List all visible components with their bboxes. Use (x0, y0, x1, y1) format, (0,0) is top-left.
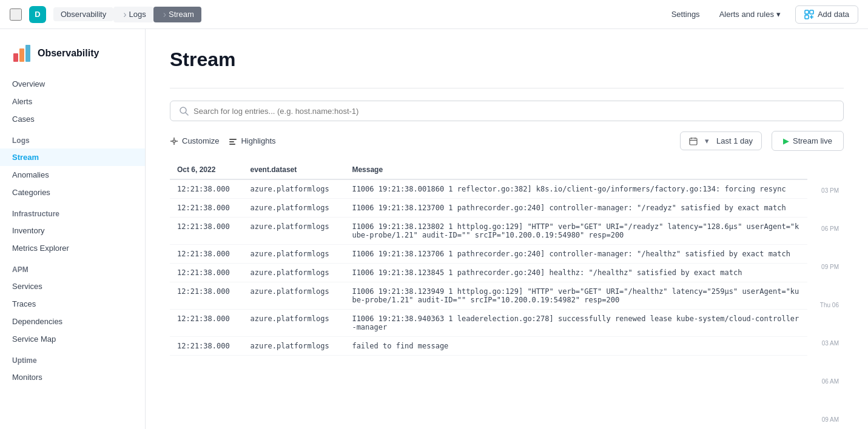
sidebar-item-categories[interactable]: Categories (0, 184, 145, 201)
sidebar-item-alerts[interactable]: Alerts (0, 93, 145, 110)
log-table: Oct 6, 2022 event.dataset Message 12:21:… (170, 161, 807, 356)
body-wrap: Observability Overview Alerts Cases Logs… (0, 29, 868, 429)
log-message: I1006 19:21:38.123700 1 pathrecorder.go:… (345, 199, 807, 218)
log-dataset: azure.platformlogs (243, 337, 345, 356)
toolbar: Customize Highlights ▾ Last (170, 131, 844, 151)
timeline: 03 PM06 PM09 PMThu 0603 AM06 AM09 AM12 P… (807, 161, 844, 429)
alerts-chevron-icon (776, 10, 781, 19)
highlights-icon (229, 137, 237, 145)
table-row[interactable]: 12:21:38.000 azure.platformlogs I1006 19… (170, 199, 807, 218)
sidebar-item-cases[interactable]: Cases (0, 110, 145, 128)
nav-section-logs: Logs (0, 128, 145, 148)
play-icon: ▶ (783, 136, 789, 145)
log-dataset: azure.platformlogs (243, 282, 345, 310)
top-nav: D Observability Logs Stream Settings Ale… (0, 0, 868, 29)
highlights-button[interactable]: Highlights (229, 134, 275, 148)
hamburger-menu[interactable] (10, 8, 22, 21)
breadcrumb-stream[interactable]: Stream (153, 7, 201, 22)
log-message: I1006 19:21:38.001860 1 reflector.go:382… (345, 179, 807, 199)
col-header-dataset: event.dataset (243, 161, 345, 179)
log-time: 12:21:38.000 (170, 199, 243, 218)
svg-line-9 (186, 113, 188, 115)
breadcrumb-observability[interactable]: Observability (53, 7, 113, 21)
svg-rect-1 (810, 10, 813, 14)
log-time: 12:21:38.000 (170, 218, 243, 245)
sidebar-item-inventory[interactable]: Inventory (0, 222, 145, 239)
table-row[interactable]: 12:21:38.000 azure.platformlogs I1006 19… (170, 310, 807, 337)
sidebar-brand: Observability (0, 39, 145, 75)
date-range-picker[interactable]: ▾ Last 1 day (680, 131, 762, 150)
svg-rect-2 (805, 15, 809, 19)
svg-rect-18 (690, 138, 697, 145)
log-dataset: azure.platformlogs (243, 179, 345, 199)
search-icon (179, 106, 189, 116)
page-title: Stream (170, 48, 844, 71)
search-input[interactable] (193, 107, 835, 116)
log-message: I1006 19:21:38.123845 1 pathrecorder.go:… (345, 264, 807, 282)
breadcrumb: Observability Logs Stream (53, 7, 201, 22)
svg-rect-7 (25, 45, 30, 62)
table-row[interactable]: 12:21:38.000 azure.platformlogs I1006 19… (170, 245, 807, 264)
sidebar-item-traces[interactable]: Traces (0, 295, 145, 313)
customize-button[interactable]: Customize (170, 134, 219, 148)
nav-section-infrastructure: Infrastructure (0, 201, 145, 222)
sidebar-item-service-map[interactable]: Service Map (0, 330, 145, 348)
log-message: I1006 19:21:38.123802 1 httplog.go:129] … (345, 218, 807, 245)
nav-section-apm: APM (0, 257, 145, 278)
log-message: I1006 19:21:38.123949 1 httplog.go:129] … (345, 282, 807, 310)
table-row[interactable]: 12:21:38.000 azure.platformlogs I1006 19… (170, 282, 807, 310)
sidebar-item-anomalies[interactable]: Anomalies (0, 166, 145, 184)
svg-rect-15 (229, 139, 237, 140)
sidebar-item-stream[interactable]: Stream (0, 148, 145, 166)
log-message: failed to find message (345, 337, 807, 356)
log-dataset: azure.platformlogs (243, 218, 345, 245)
divider (170, 88, 844, 88)
sidebar-item-overview[interactable]: Overview (0, 75, 145, 93)
log-dataset: azure.platformlogs (243, 245, 345, 264)
table-row[interactable]: 12:21:38.000 azure.platformlogs I1006 19… (170, 264, 807, 282)
svg-rect-17 (229, 144, 235, 145)
log-time: 12:21:38.000 (170, 264, 243, 282)
svg-rect-0 (805, 10, 809, 14)
customize-icon (170, 137, 178, 145)
log-message: I1006 19:21:38.940363 1 leaderelection.g… (345, 310, 807, 337)
svg-rect-5 (13, 53, 18, 62)
sidebar-item-dependencies[interactable]: Dependencies (0, 313, 145, 330)
svg-rect-16 (229, 141, 234, 142)
brand-name: Observability (38, 48, 99, 59)
stream-live-button[interactable]: ▶ Stream live (772, 131, 844, 151)
log-dataset: azure.platformlogs (243, 264, 345, 282)
settings-button[interactable]: Settings (667, 7, 705, 21)
log-time: 12:21:38.000 (170, 179, 243, 199)
sidebar-item-services[interactable]: Services (0, 278, 145, 295)
table-row[interactable]: 12:21:38.000 azure.platformlogs failed t… (170, 337, 807, 356)
table-row[interactable]: 12:21:38.000 azure.platformlogs I1006 19… (170, 218, 807, 245)
timeline-label: 09 PM (807, 264, 844, 302)
search-bar (170, 101, 844, 121)
timeline-label: 06 PM (807, 225, 844, 264)
log-time: 12:21:38.000 (170, 337, 243, 356)
sidebar: Observability Overview Alerts Cases Logs… (0, 29, 146, 429)
log-dataset: azure.platformlogs (243, 310, 345, 337)
sidebar-item-monitors[interactable]: Monitors (0, 368, 145, 386)
calendar-icon (689, 137, 698, 145)
breadcrumb-logs[interactable]: Logs (113, 7, 153, 22)
log-dataset: azure.platformlogs (243, 199, 345, 218)
user-avatar: D (29, 6, 46, 23)
log-time: 12:21:38.000 (170, 245, 243, 264)
nav-section-uptime: Uptime (0, 348, 145, 368)
col-header-date: Oct 6, 2022 (170, 161, 243, 179)
log-time: 12:21:38.000 (170, 282, 243, 310)
sidebar-item-metrics-explorer[interactable]: Metrics Explorer (0, 239, 145, 257)
table-row[interactable]: 12:21:38.000 azure.platformlogs I1006 19… (170, 179, 807, 199)
log-message: I1006 19:21:38.123706 1 pathrecorder.go:… (345, 245, 807, 264)
timeline-label: 03 PM (807, 187, 844, 225)
add-data-icon (804, 10, 814, 19)
alerts-rules-button[interactable]: Alerts and rules (715, 7, 786, 21)
timeline-label: Thu 06 (807, 302, 844, 340)
add-data-button[interactable]: Add data (795, 5, 858, 24)
svg-point-10 (173, 140, 175, 142)
nav-right: Settings Alerts and rules Add data (667, 5, 858, 24)
brand-icon (12, 44, 32, 63)
timeline-label: 06 AM (807, 378, 844, 416)
